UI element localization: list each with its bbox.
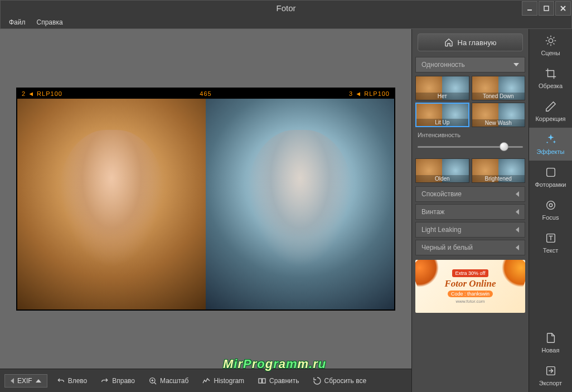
- film-label-left: 2 ◄ RLP100: [22, 90, 62, 97]
- promo-code: Code : thankswin: [448, 291, 493, 297]
- effect-thumbnails-top: Нет Toned Down Lit Up New Wash: [412, 74, 529, 129]
- tool-crop[interactable]: Обрезка: [529, 62, 572, 95]
- tool-new[interactable]: Новая: [529, 326, 572, 359]
- rotate-left-button[interactable]: Влево: [52, 374, 92, 388]
- crop-icon: [545, 67, 557, 80]
- home-icon: [444, 38, 453, 47]
- rotate-right-icon: [100, 376, 109, 385]
- svg-rect-9: [263, 379, 265, 383]
- target-icon: [545, 199, 557, 211]
- tool-export[interactable]: Экспорт: [529, 359, 572, 392]
- compare-button[interactable]: Сравнить: [253, 374, 303, 388]
- window-controls: [521, 1, 571, 16]
- main-area: 2 ◄ RLP100 465 3 ◄ RLP100 EXIF Влево: [0, 29, 572, 392]
- svg-rect-8: [259, 379, 261, 383]
- promo-title: Fotor Online: [444, 278, 496, 289]
- minimize-button[interactable]: [522, 1, 537, 16]
- effect-thumb[interactable]: Toned Down: [472, 76, 526, 100]
- tool-adjust[interactable]: Коррекция: [529, 95, 572, 128]
- chevron-left-icon: [516, 227, 519, 233]
- canvas-viewport[interactable]: 2 ◄ RLP100 465 3 ◄ RLP100: [0, 29, 411, 369]
- chevron-left-icon: [516, 209, 519, 215]
- pencil-icon: [545, 100, 557, 113]
- zoom-icon: [148, 376, 157, 385]
- chevron-down-icon: [513, 63, 519, 66]
- maximize-button[interactable]: [539, 1, 554, 16]
- chevron-left-icon: [11, 378, 14, 384]
- film-label-mid: 465: [200, 90, 211, 97]
- effect-thumb[interactable]: New Wash: [472, 103, 526, 127]
- photo-comparison: [17, 99, 394, 309]
- effect-thumb[interactable]: Нет: [415, 76, 469, 100]
- leaf-decoration: [415, 260, 444, 289]
- tool-rail: Сцены Обрезка Коррекция Эффекты Фоторамк…: [529, 29, 572, 392]
- svg-line-5: [154, 382, 156, 384]
- reset-button[interactable]: Сбросить все: [308, 374, 371, 388]
- chevron-up-icon: [36, 379, 41, 383]
- home-button[interactable]: На главную: [418, 33, 523, 51]
- photo-effect: [206, 99, 394, 309]
- svg-point-21: [549, 204, 552, 207]
- app-title: Fotor: [276, 3, 295, 13]
- reset-icon: [313, 376, 322, 385]
- svg-point-10: [549, 38, 552, 42]
- category-header[interactable]: Спокойствие: [415, 186, 525, 202]
- sun-icon: [545, 35, 557, 47]
- title-bar: Fotor: [0, 0, 572, 16]
- exif-label: EXIF: [17, 377, 32, 385]
- svg-line-17: [547, 43, 548, 45]
- slider-thumb[interactable]: [500, 142, 508, 151]
- effect-thumb[interactable]: Olden: [415, 158, 469, 183]
- tool-frames[interactable]: Фоторамки: [529, 161, 572, 193]
- histogram-button[interactable]: Histogram: [197, 374, 249, 388]
- film-label-right: 3 ◄ RLP100: [349, 90, 390, 97]
- menu-bar: Файл Справка: [0, 16, 572, 29]
- document-icon: [545, 332, 557, 344]
- intensity-slider[interactable]: [418, 142, 523, 152]
- rotate-right-button[interactable]: Вправо: [96, 374, 139, 388]
- histogram-icon: [202, 376, 211, 385]
- tool-scenes[interactable]: Сцены: [529, 29, 572, 62]
- menu-help[interactable]: Справка: [37, 18, 63, 26]
- canvas-area: 2 ◄ RLP100 465 3 ◄ RLP100 EXIF Влево: [0, 29, 411, 392]
- category-header[interactable]: Light Leaking: [415, 222, 525, 238]
- text-icon: [545, 232, 557, 244]
- promo-url: www.fotor.com: [455, 299, 484, 304]
- svg-rect-1: [544, 6, 549, 11]
- category-header[interactable]: Черный и белый: [415, 240, 525, 255]
- chevron-left-icon: [516, 245, 519, 250]
- close-button[interactable]: [555, 1, 571, 16]
- leaf-decoration: [496, 260, 525, 289]
- intensity-control: Интенсивность: [412, 129, 529, 156]
- effect-thumb-selected[interactable]: Lit Up: [415, 103, 469, 127]
- photo-original: [17, 99, 206, 309]
- promo-banner[interactable]: Extra 30% off Fotor Online Code : thanks…: [415, 260, 525, 313]
- effect-thumbnails-bottom: Olden Brightened: [412, 156, 529, 185]
- chevron-left-icon: [516, 191, 519, 197]
- rotate-left-icon: [56, 376, 65, 385]
- tool-focus[interactable]: Focus: [529, 193, 572, 226]
- zoom-button[interactable]: Масштаб: [144, 374, 193, 388]
- svg-line-18: [553, 37, 554, 38]
- promo-badge: Extra 30% off: [452, 269, 489, 277]
- svg-line-16: [553, 43, 554, 45]
- bottom-toolbar: EXIF Влево Вправо Масштаб Histogram: [0, 369, 411, 392]
- export-icon: [545, 365, 557, 377]
- category-header-open[interactable]: Одногонность: [415, 57, 525, 72]
- effects-panel: На главную Одногонность Нет Toned Down L…: [411, 29, 529, 392]
- photo-frame: 2 ◄ RLP100 465 3 ◄ RLP100: [16, 88, 395, 311]
- sparkle-icon: [545, 133, 557, 146]
- category-header[interactable]: Винтаж: [415, 204, 525, 220]
- svg-point-20: [546, 201, 555, 210]
- effect-thumb[interactable]: Brightened: [472, 158, 526, 183]
- tool-effects[interactable]: Эффекты: [529, 128, 572, 161]
- svg-line-15: [547, 37, 548, 38]
- compare-icon: [258, 376, 266, 385]
- frame-icon: [545, 166, 557, 178]
- tool-text[interactable]: Текст: [529, 226, 572, 259]
- menu-file[interactable]: Файл: [9, 18, 26, 26]
- film-strip-header: 2 ◄ RLP100 465 3 ◄ RLP100: [17, 89, 394, 99]
- exif-button[interactable]: EXIF: [4, 374, 47, 388]
- svg-rect-19: [546, 168, 555, 177]
- intensity-label: Интенсивность: [418, 132, 523, 138]
